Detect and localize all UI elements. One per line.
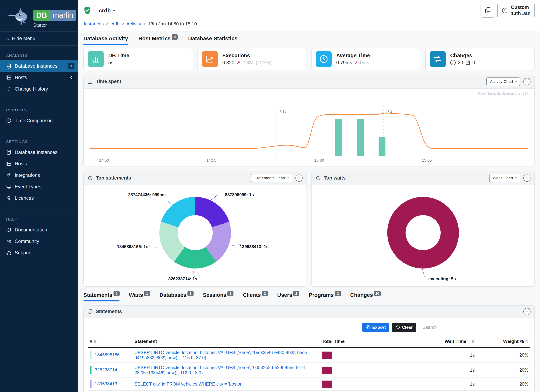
- sidebar-item-licences[interactable]: Licences: [0, 192, 78, 204]
- brand-db: DB: [33, 10, 50, 21]
- sidebar-item-database-instances[interactable]: Database Instances 1: [0, 60, 78, 72]
- tab-statements[interactable]: Statements5: [83, 292, 120, 301]
- waits-chart-select[interactable]: Waits Chart ▾: [489, 174, 520, 182]
- clear-button[interactable]: Clear: [392, 323, 416, 332]
- total-time-bar: [322, 352, 332, 359]
- collapse-panel-button[interactable]: −: [295, 174, 303, 182]
- tab-clients[interactable]: Clients2: [243, 292, 268, 301]
- activity-chart-select[interactable]: Activity Chart ▾: [486, 77, 520, 86]
- main-area: crdb ▾ Custom 13th Jan Instances > crdb: [78, 0, 540, 392]
- swap-icon: ⇄: [278, 109, 281, 114]
- tab-programs[interactable]: Programs2: [309, 292, 341, 301]
- statement-sql-link[interactable]: SELECT city, id FROM vehicles WHERE city…: [135, 382, 243, 387]
- sidebar-item-documentation[interactable]: Documentation: [0, 224, 78, 236]
- tab-databases[interactable]: Databases1: [160, 292, 194, 301]
- sidebar-item-community[interactable]: Community: [0, 236, 78, 247]
- sidebar-item-settings-hosts[interactable]: Hosts: [0, 158, 78, 169]
- sidebar-item-label: Hosts: [15, 161, 27, 167]
- statements-donut[interactable]: [159, 197, 231, 268]
- bar-chart-icon: [88, 79, 93, 84]
- statement-id-link[interactable]: 139638413: [95, 381, 117, 386]
- tab-users[interactable]: Users2: [277, 292, 299, 301]
- count-badge: 1: [68, 63, 75, 69]
- breadcrumb-activity[interactable]: Activity: [126, 21, 141, 27]
- changes-info-count: 20: [458, 60, 463, 65]
- x-tick: 14:55: [206, 158, 216, 163]
- x-tick: 14:50: [99, 158, 109, 163]
- card-delta: 2,830 (123%): [242, 60, 271, 65]
- column-header-statement[interactable]: Statement: [133, 336, 320, 347]
- collapse-panel-button[interactable]: −: [523, 308, 530, 315]
- statements-chart-select[interactable]: Statements Chart ▾: [251, 174, 292, 182]
- tab-changes[interactable]: Changes20: [350, 292, 381, 301]
- breadcrumb-crdb[interactable]: crdb: [110, 21, 120, 27]
- tab-database-activity[interactable]: Database Activity: [83, 35, 128, 45]
- book-icon: [6, 227, 11, 233]
- statements-table: #⇅ Statement Total Time Wait Time↑⇅ Weig…: [88, 336, 530, 392]
- tab-sessions[interactable]: Sessions2: [203, 292, 234, 301]
- collapse-panel-button[interactable]: −: [523, 78, 530, 85]
- column-header-total-time[interactable]: Total Time: [320, 336, 379, 347]
- weight-value: 20%: [476, 378, 530, 391]
- table-toolbar: Export Clear: [84, 318, 535, 334]
- sidebar-item-event-types[interactable]: Event Types: [0, 181, 78, 192]
- wait-time-value: 1s: [379, 347, 476, 363]
- tab-badge: 2: [293, 291, 299, 296]
- instance-selector[interactable]: crdb ▾: [95, 5, 120, 16]
- waits-donut-chart[interactable]: executing: 5s: [311, 185, 535, 286]
- detail-tabs: Statements5 Waits1 Databases1 Sessions2 …: [83, 292, 535, 301]
- card-title: Executions: [222, 53, 271, 59]
- changes-event-count: 0: [472, 60, 475, 65]
- search-input[interactable]: [419, 322, 530, 333]
- stat-cards: DB Time 5s Executions 6,320 ↗ 2,830 (123…: [83, 48, 535, 70]
- sidebar-item-integrations[interactable]: Integrations: [0, 169, 78, 181]
- tab-badge: 2: [335, 291, 341, 296]
- statements-donut-chart[interactable]: 287474436: 999ms 887898099: 1s 184589816…: [84, 185, 306, 286]
- export-button[interactable]: Export: [362, 323, 390, 332]
- sort-icon: ⇅: [471, 339, 475, 344]
- statement-color-chip: [90, 351, 91, 359]
- statements-panel: Statements − Export Clear: [83, 305, 535, 392]
- top-waits-panel: Top waits Waits Chart ▾ − executing: 5s: [311, 171, 535, 287]
- column-header-weight[interactable]: Weight %⇅: [476, 336, 530, 347]
- caret-down-icon: ▾: [287, 176, 289, 180]
- column-header-num[interactable]: #⇅: [88, 336, 133, 347]
- section-analysis: ANALYSIS: [6, 53, 72, 58]
- statement-sql-link[interactable]: UPSERT INTO vehicle_location_histories V…: [135, 350, 308, 360]
- certificate-icon: [6, 195, 11, 201]
- x-axis: 14:50 14:55 15:00 15:05: [90, 156, 528, 164]
- collapse-panel-button[interactable]: −: [523, 174, 530, 182]
- sidebar-item-label: Support: [15, 250, 32, 256]
- waits-donut[interactable]: [387, 197, 459, 268]
- column-header-wait-time[interactable]: Wait Time↑⇅: [379, 336, 476, 347]
- tab-host-metrics[interactable]: Host Metrics0: [138, 35, 178, 45]
- copy-button[interactable]: [480, 3, 495, 18]
- wait-time-value: 1s: [379, 363, 476, 378]
- brand-logo: DBmarlin Starter: [0, 0, 78, 31]
- change-annotation-right[interactable]: ⇄ 2: [386, 109, 392, 114]
- statement-id-link[interactable]: 1845898166: [95, 352, 120, 357]
- sidebar-item-change-history[interactable]: Change History: [0, 83, 78, 95]
- chevron-down-icon: ▾: [113, 8, 115, 13]
- sidebar-item-support[interactable]: Support: [0, 247, 78, 258]
- statement-color-chip: [90, 366, 91, 374]
- sidebar-item-hosts[interactable]: Hosts 0: [0, 72, 78, 83]
- wait-time-value: 1s: [379, 378, 476, 391]
- trend-up-icon: ↗: [236, 60, 240, 65]
- tab-database-statistics[interactable]: Database Statistics: [188, 35, 237, 45]
- statement-id-link[interactable]: 326238714: [95, 367, 117, 372]
- sidebar-item-settings-database-instances[interactable]: Database Instances: [0, 147, 78, 158]
- sidebar-item-time-comparison[interactable]: Time Comparison: [0, 115, 78, 126]
- content: Database Activity Host Metrics0 Database…: [78, 31, 540, 392]
- topbar: crdb ▾ Custom 13th Jan Instances > crdb: [78, 0, 540, 31]
- card-title: Average Time: [336, 53, 370, 59]
- breadcrumb-instances[interactable]: Instances: [84, 21, 104, 27]
- statement-sql-link[interactable]: UPSERT INTO vehicle_location_histories V…: [135, 365, 307, 375]
- time-range-button[interactable]: Custom 13th Jan: [497, 3, 535, 18]
- tab-waits[interactable]: Waits1: [129, 292, 150, 301]
- card-title: DB Time: [108, 53, 129, 59]
- hide-menu-button[interactable]: « Hide Menu: [0, 31, 78, 46]
- time-spent-chart[interactable]: ⇄ 18 ⇄ 2: [90, 99, 528, 156]
- weight-value: 20%: [476, 363, 530, 378]
- change-annotation-left[interactable]: ⇄ 18: [278, 109, 286, 114]
